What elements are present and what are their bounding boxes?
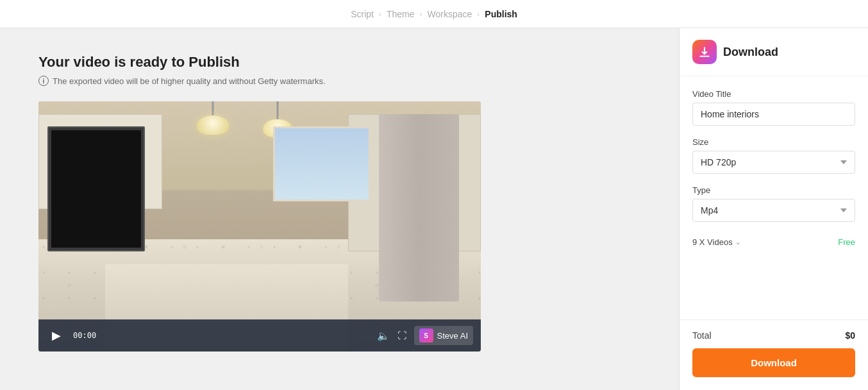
info-icon: i: [38, 76, 49, 86]
download-button[interactable]: Download: [692, 348, 855, 377]
window: [273, 126, 371, 201]
panel-header: Download: [680, 28, 868, 76]
controls-right: 🔈 ⛶ S Steve AI: [377, 326, 473, 345]
right-panel: Download Video Title Size HD 720p HD 108…: [679, 28, 868, 390]
size-label: Size: [692, 137, 855, 147]
video-controls: ▶ 00:00 🔈 ⛶ S Steve AI: [38, 319, 481, 352]
chevron-down-icon: ⌄: [735, 239, 740, 246]
panel-body: Video Title Size HD 720p HD 1080p 4K Typ…: [680, 76, 868, 319]
top-navigation: Script › Theme › Workspace › Publish: [0, 0, 868, 28]
pendant-light-1: [194, 101, 232, 140]
chevron-2-icon: ›: [420, 10, 422, 19]
video-thumbnail: [38, 101, 481, 352]
video-title-label: Video Title: [692, 89, 855, 99]
videos-row: 9 X Videos ⌄ Free: [692, 233, 855, 251]
brand-badge: S Steve AI: [414, 326, 473, 345]
total-amount: $0: [845, 330, 855, 341]
chevron-1-icon: ›: [379, 10, 381, 19]
nav-step-theme[interactable]: Theme: [387, 9, 415, 19]
play-button[interactable]: ▶: [46, 325, 67, 346]
panel-footer: Total $0 Download: [680, 319, 868, 390]
nav-step-script[interactable]: Script: [351, 9, 374, 19]
video-player: ▶ 00:00 🔈 ⛶ S Steve AI: [38, 101, 481, 352]
video-title-group: Video Title: [692, 89, 855, 126]
videos-count-text: 9 X Videos: [692, 237, 733, 247]
microwave-oven: [47, 126, 145, 251]
subtitle-text: The exported video will be of higher qua…: [53, 76, 326, 86]
videos-count[interactable]: 9 X Videos ⌄: [692, 237, 740, 247]
chevron-3-icon: ›: [477, 10, 480, 19]
volume-icon[interactable]: 🔈: [377, 330, 390, 342]
subtitle-row: i The exported video will be of higher q…: [38, 76, 653, 86]
total-label: Total: [692, 330, 712, 341]
download-header-icon: [692, 40, 717, 64]
time-display: 00:00: [73, 331, 96, 340]
left-content: Your video is ready to Publish i The exp…: [0, 28, 679, 390]
free-badge: Free: [838, 237, 855, 247]
page-title: Your video is ready to Publish: [38, 54, 653, 71]
video-title-input[interactable]: [692, 103, 855, 126]
refrigerator: [379, 114, 458, 302]
nav-step-workspace[interactable]: Workspace: [428, 9, 472, 19]
main-layout: Your video is ready to Publish i The exp…: [0, 28, 868, 390]
brand-name: Steve AI: [437, 331, 468, 341]
fullscreen-icon[interactable]: ⛶: [397, 330, 406, 341]
type-group: Type Mp4 Mov Avi: [692, 185, 855, 222]
brand-logo: S: [419, 328, 433, 343]
size-group: Size HD 720p HD 1080p 4K: [692, 137, 855, 174]
total-row: Total $0: [692, 330, 855, 341]
size-select[interactable]: HD 720p HD 1080p 4K: [692, 151, 855, 174]
type-select[interactable]: Mp4 Mov Avi: [692, 199, 855, 222]
type-label: Type: [692, 185, 855, 195]
panel-title: Download: [723, 46, 778, 59]
nav-step-publish[interactable]: Publish: [485, 9, 517, 19]
